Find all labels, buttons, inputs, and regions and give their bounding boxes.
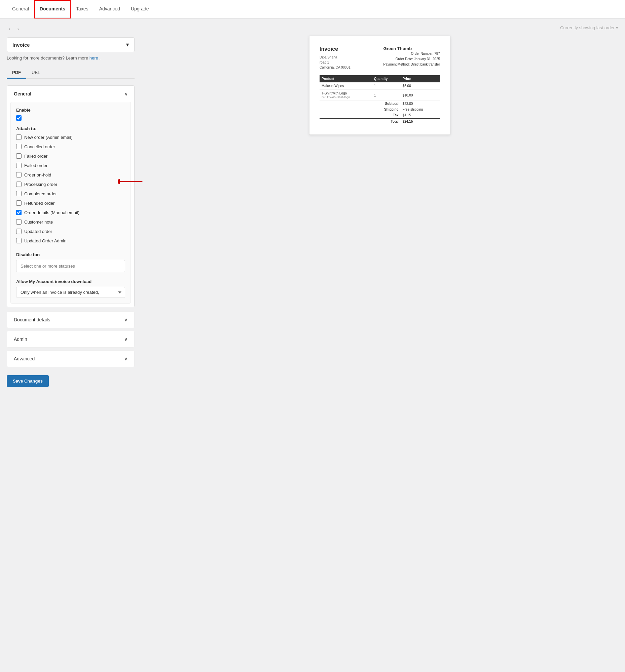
checkbox-order_details[interactable] <box>16 210 22 215</box>
allow-account-select[interactable]: Only when an invoice is already created, <box>16 287 125 298</box>
enable-label: Enable <box>16 107 125 113</box>
order-date-value: January 31, 2025 <box>414 57 440 61</box>
document-selector[interactable]: Invoice ▾ <box>7 37 135 52</box>
attach-processing_order-wrapper: Processing order <box>16 182 125 187</box>
allow-account-label: Allow My Account invoice download <box>16 279 125 284</box>
main-content: ‹ › Invoice ▾ Looking for more documents… <box>0 19 625 394</box>
attach-order_details-wrapper: Order details (Manual email) <box>16 210 125 215</box>
learn-more-link[interactable]: here <box>90 55 98 61</box>
attach-updated_order-wrapper: Updated order <box>16 229 125 234</box>
checkbox-cancelled_order[interactable] <box>16 144 22 149</box>
chevron-down-icon-details: ∨ <box>124 317 128 322</box>
right-panel: Currently showing last order ▾ Invoice D… <box>141 25 618 387</box>
label-order_details: Order details (Manual email) <box>24 210 79 215</box>
advanced-section-header[interactable]: Advanced ∨ <box>7 351 134 367</box>
nav-tab-documents[interactable]: Documents <box>34 0 71 19</box>
chevron-up-icon: ∧ <box>124 91 128 96</box>
prev-arrow[interactable]: ‹ <box>7 25 13 32</box>
label-customer_note: Customer note <box>24 219 53 224</box>
invoice-col-price: Price <box>401 75 440 82</box>
invoice-col-quantity: Quantity <box>372 75 401 82</box>
checkbox-customer_note[interactable] <box>16 219 22 224</box>
admin-section-title: Admin <box>14 336 27 342</box>
nav-tab-taxes[interactable]: Taxes <box>71 0 94 19</box>
invoice-customer: Dipa Shaha road 1 California, CA 90001 <box>320 55 350 70</box>
checkbox-processing_order[interactable] <box>16 182 22 187</box>
invoice-top: Invoice Dipa Shaha road 1 California, CA… <box>320 46 440 70</box>
attach-order_on_hold-wrapper: Order on-hold <box>16 172 125 177</box>
invoice-table-header-row: ProductQuantityPrice <box>320 75 440 82</box>
invoice-footer-subtotal: Subtotal$23.00 <box>320 101 440 107</box>
enable-checkbox-wrapper <box>16 115 125 121</box>
attach-completed_order-wrapper: Completed order <box>16 191 125 196</box>
enable-box: Enable Attach to: New order (Admin email… <box>10 102 131 304</box>
next-arrow[interactable]: › <box>15 25 21 32</box>
invoice-table-footer: Subtotal$23.00ShippingFree shippingTax$1… <box>320 101 440 125</box>
label-failed_order_1: Failed order <box>24 153 47 159</box>
general-section-header[interactable]: General ∧ <box>7 86 134 102</box>
attach-failed_order_2-wrapper: Failed order <box>16 163 125 168</box>
invoice-row-1: T-Shirt with LogoSKU: Woo-tshirt-logo1$1… <box>320 90 440 101</box>
nav-tab-upgrade[interactable]: Upgrade <box>125 0 155 19</box>
label-new_order: New order (Admin email) <box>24 135 73 140</box>
top-nav: GeneralDocumentsTaxesAdvancedUpgrade <box>0 0 625 19</box>
order-number-label: Order Number: <box>411 52 434 55</box>
checkbox-failed_order_2[interactable] <box>16 163 22 168</box>
disable-for-input[interactable] <box>16 260 125 272</box>
invoice-left-header: Invoice Dipa Shaha road 1 California, CA… <box>320 46 350 70</box>
invoice-footer-shipping: ShippingFree shipping <box>320 106 440 112</box>
invoice-table-body: Makeup Wipes1$5.00T-Shirt with LogoSKU: … <box>320 82 440 101</box>
attach-label: Attach to: <box>16 126 125 131</box>
checkbox-refunded_order[interactable] <box>16 200 22 206</box>
page-wrapper: GeneralDocumentsTaxesAdvancedUpgrade ‹ ›… <box>0 0 625 672</box>
invoice-row-0: Makeup Wipes1$5.00 <box>320 82 440 90</box>
invoice-order-details: Order Number: 787 Order Date: January 31… <box>384 51 440 67</box>
preview-header: Currently showing last order ▾ <box>141 25 618 30</box>
invoice-right-header: Green Thumb Order Number: 787 Order Date… <box>384 46 440 70</box>
nav-arrows: ‹ › <box>7 25 135 32</box>
checkbox-updated_order[interactable] <box>16 229 22 234</box>
attach-checkbox-list: New order (Admin email)Cancelled orderFa… <box>16 135 125 245</box>
document-selector-label: Invoice <box>13 42 30 48</box>
chevron-down-icon-showing: ▾ <box>616 25 618 30</box>
checkbox-updated_order_admin[interactable] <box>16 238 22 243</box>
invoice-footer-tax: Tax$1.15 <box>320 112 440 118</box>
chevron-down-icon: ▾ <box>126 42 129 48</box>
attach-refunded_order-wrapper: Refunded order <box>16 200 125 206</box>
save-changes-button[interactable]: Save Changes <box>7 375 49 387</box>
attach-cancelled_order-wrapper: Cancelled order <box>16 144 125 149</box>
label-order_on_hold: Order on-hold <box>24 172 51 177</box>
admin-section: Admin ∨ <box>7 331 135 347</box>
invoice-footer-total: Total$24.15 <box>320 118 440 124</box>
payment-value: Direct bank transfer <box>411 63 440 66</box>
admin-section-header[interactable]: Admin ∨ <box>7 331 134 347</box>
nav-tab-advanced[interactable]: Advanced <box>94 0 125 19</box>
label-failed_order_2: Failed order <box>24 163 47 168</box>
label-completed_order: Completed order <box>24 191 57 196</box>
general-section-title: General <box>14 91 31 96</box>
advanced-section: Advanced ∨ <box>7 350 135 367</box>
document-details-header[interactable]: Document details ∨ <box>7 312 134 328</box>
preview-area: Currently showing last order ▾ Invoice D… <box>141 25 618 135</box>
advanced-section-title: Advanced <box>14 356 34 361</box>
showing-label: Currently showing last order ▾ <box>560 25 618 30</box>
checkbox-failed_order_1[interactable] <box>16 153 22 159</box>
label-updated_order_admin: Updated Order Admin <box>24 238 67 243</box>
tab-pdf[interactable]: PDF <box>7 67 26 79</box>
label-updated_order: Updated order <box>24 229 52 234</box>
document-details-title: Document details <box>14 317 50 322</box>
attach-failed_order_1-wrapper: Failed order <box>16 153 125 159</box>
label-cancelled_order: Cancelled order <box>24 144 55 149</box>
tab-ubl[interactable]: UBL <box>26 67 45 79</box>
checkbox-order_on_hold[interactable] <box>16 172 22 177</box>
attach-new_order-wrapper: New order (Admin email) <box>16 135 125 140</box>
nav-tab-general[interactable]: General <box>7 0 34 19</box>
label-refunded_order: Refunded order <box>24 201 54 206</box>
enable-checkbox[interactable] <box>16 115 22 121</box>
invoice-title: Invoice <box>320 46 350 52</box>
checkbox-completed_order[interactable] <box>16 191 22 196</box>
invoice-brand: Green Thumb <box>384 46 440 51</box>
checkbox-new_order[interactable] <box>16 135 22 140</box>
invoice-preview: Invoice Dipa Shaha road 1 California, CA… <box>309 35 450 135</box>
payment-label: Payment Method: <box>384 63 410 66</box>
